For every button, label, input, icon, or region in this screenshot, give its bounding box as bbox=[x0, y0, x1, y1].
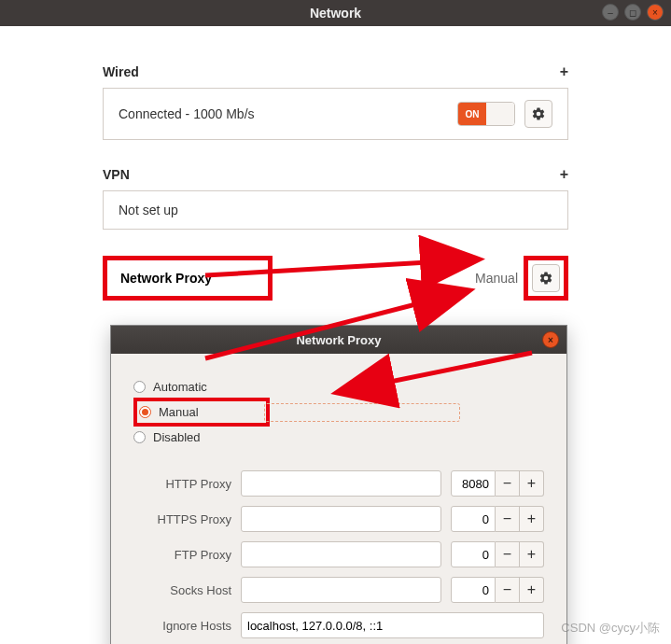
add-vpn-button[interactable]: + bbox=[560, 166, 568, 183]
ftp-proxy-host-input[interactable] bbox=[241, 541, 441, 567]
vpn-status: Not set up bbox=[119, 203, 552, 217]
proxy-mode-label: Manual bbox=[475, 271, 518, 286]
port-decrement-button[interactable]: − bbox=[496, 506, 520, 532]
wired-section-header: Wired + bbox=[103, 63, 568, 80]
wired-settings-button[interactable] bbox=[524, 100, 552, 128]
socks-port-input[interactable] bbox=[451, 577, 496, 603]
socks-host-label: Socks Host bbox=[133, 583, 231, 597]
ftp-proxy-port-input[interactable] bbox=[451, 541, 496, 567]
toggle-on-label: ON bbox=[458, 103, 486, 125]
gear-icon bbox=[531, 106, 546, 121]
wired-toggle[interactable]: ON bbox=[457, 102, 515, 126]
socks-host-row: Socks Host − + bbox=[133, 577, 544, 603]
radio-manual-highlight: Manual bbox=[133, 398, 270, 427]
gear-icon bbox=[538, 271, 553, 286]
http-proxy-label: HTTP Proxy bbox=[133, 477, 231, 491]
http-proxy-host-input[interactable] bbox=[241, 470, 441, 497]
vpn-title: VPN bbox=[103, 167, 130, 182]
window-controls: – ◻ × bbox=[602, 4, 664, 21]
toggle-knob bbox=[486, 103, 514, 125]
proxy-settings-button[interactable] bbox=[532, 264, 560, 292]
proxy-label-highlight: Network Proxy bbox=[103, 256, 273, 301]
close-button[interactable]: × bbox=[647, 4, 664, 21]
https-proxy-port-input[interactable] bbox=[451, 506, 496, 532]
radio-automatic[interactable]: Automatic bbox=[133, 376, 544, 398]
https-proxy-host-input[interactable] bbox=[241, 506, 441, 532]
window-title: Network bbox=[310, 6, 361, 21]
dialog-close-button[interactable]: × bbox=[542, 331, 559, 348]
wired-card: Connected - 1000 Mb/s ON bbox=[103, 88, 568, 140]
radio-icon bbox=[133, 381, 146, 393]
ftp-proxy-label: FTP Proxy bbox=[133, 548, 231, 562]
port-increment-button[interactable]: + bbox=[520, 470, 544, 497]
dialog-titlebar: Network Proxy × bbox=[111, 326, 566, 354]
proxy-gear-highlight bbox=[524, 256, 568, 301]
https-proxy-row: HTTPS Proxy − + bbox=[133, 506, 544, 532]
radio-label: Automatic bbox=[153, 380, 207, 394]
http-proxy-row: HTTP Proxy − + bbox=[133, 470, 544, 497]
vpn-card: Not set up bbox=[103, 190, 568, 230]
port-increment-button[interactable]: + bbox=[520, 506, 544, 532]
radio-label: Disabled bbox=[153, 430, 201, 444]
minimize-button[interactable]: – bbox=[602, 4, 619, 21]
vpn-section-header: VPN + bbox=[103, 166, 568, 183]
wired-status: Connected - 1000 Mb/s bbox=[119, 106, 457, 121]
ignore-hosts-row: Ignore Hosts bbox=[133, 612, 544, 638]
radio-icon bbox=[139, 406, 151, 418]
port-decrement-button[interactable]: − bbox=[496, 577, 520, 603]
port-decrement-button[interactable]: − bbox=[496, 470, 520, 497]
socks-host-input[interactable] bbox=[241, 577, 441, 603]
http-proxy-port-input[interactable] bbox=[451, 470, 496, 497]
network-proxy-dialog: Network Proxy × Automatic Manual Disable… bbox=[110, 325, 567, 644]
proxy-label: Network Proxy bbox=[120, 271, 212, 286]
add-wired-button[interactable]: + bbox=[560, 63, 568, 80]
proxy-row: Network Proxy Manual bbox=[103, 256, 568, 301]
watermark: CSDN @cycy小陈 bbox=[561, 620, 660, 637]
port-decrement-button[interactable]: − bbox=[496, 541, 520, 567]
ftp-proxy-row: FTP Proxy − + bbox=[133, 541, 544, 567]
port-increment-button[interactable]: + bbox=[520, 577, 544, 603]
wired-title: Wired bbox=[103, 64, 139, 79]
radio-manual[interactable]: Manual bbox=[139, 405, 199, 419]
dialog-title: Network Proxy bbox=[296, 333, 381, 347]
ignore-hosts-label: Ignore Hosts bbox=[133, 619, 231, 633]
radio-label: Manual bbox=[159, 405, 199, 419]
https-proxy-label: HTTPS Proxy bbox=[133, 512, 231, 526]
radio-disabled[interactable]: Disabled bbox=[133, 427, 544, 448]
port-increment-button[interactable]: + bbox=[520, 541, 544, 567]
maximize-button[interactable]: ◻ bbox=[624, 4, 641, 21]
focus-outline bbox=[264, 403, 460, 422]
radio-icon bbox=[133, 431, 146, 443]
window-titlebar: Network – ◻ × bbox=[0, 0, 671, 26]
ignore-hosts-input[interactable] bbox=[241, 612, 544, 638]
